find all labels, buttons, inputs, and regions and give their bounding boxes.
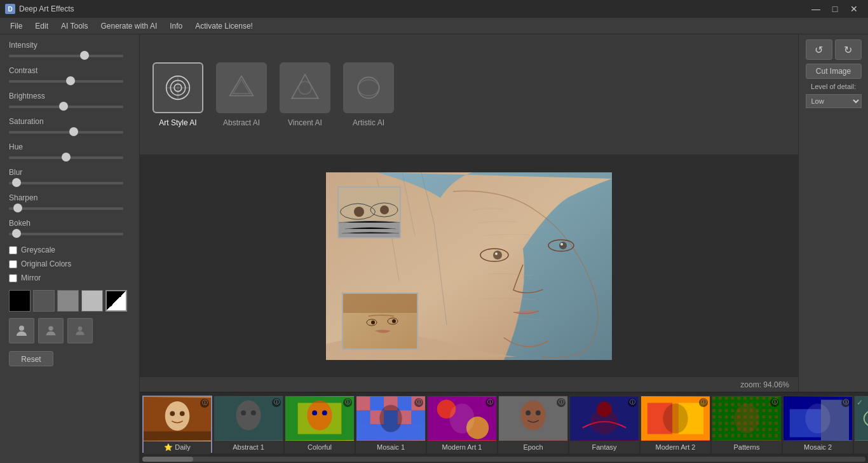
film-item-patterns[interactable]: Patterns ⓘ <box>712 396 782 453</box>
film-info-epoch[interactable]: ⓘ <box>557 398 566 407</box>
minimize-button[interactable]: — <box>807 3 825 15</box>
filmstrip-scrollbar[interactable] <box>140 455 868 463</box>
svg-rect-47 <box>398 396 412 410</box>
mirror-checkbox[interactable] <box>9 274 17 282</box>
saturation-track[interactable] <box>9 131 123 134</box>
intensity-thumb[interactable] <box>80 51 89 60</box>
brightness-track[interactable] <box>9 106 123 108</box>
greyscale-checkbox[interactable] <box>9 246 17 254</box>
right-panel: ↺ ↻ Cut Image Level of detail: Low Mediu… <box>798 34 868 392</box>
style-artistic-ai[interactable]: Artistic AI <box>343 62 394 127</box>
contrast-thumb[interactable] <box>66 76 75 85</box>
sharpen-thumb[interactable] <box>13 204 22 212</box>
saturation-thumb[interactable] <box>69 127 78 136</box>
film-info-mosaic1[interactable]: ⓘ <box>414 398 423 407</box>
swatch-gray[interactable] <box>57 290 79 312</box>
svg-point-31 <box>170 411 175 416</box>
maximize-button[interactable]: □ <box>826 3 844 15</box>
film-item-modern-art1[interactable]: Modern Art 1 ⓘ <box>427 396 497 453</box>
undo-button[interactable]: ↺ <box>806 39 832 60</box>
menu-file[interactable]: File <box>5 20 27 32</box>
avatar-btn-3[interactable] <box>67 318 93 343</box>
film-info-modern-art2[interactable]: ⓘ <box>699 398 708 407</box>
style-vincent-ai[interactable]: Vincent AI <box>280 62 330 127</box>
menu-ai-tools[interactable]: AI Tools <box>56 20 93 32</box>
film-item-fantasy[interactable]: Fantasy ⓘ <box>569 396 639 453</box>
film-item-mosaic1[interactable]: Mosaic 1 ⓘ <box>356 396 426 453</box>
swatch-black[interactable] <box>9 290 31 312</box>
titlebar-controls: — □ ✕ <box>807 3 863 15</box>
hue-track[interactable] <box>9 156 123 159</box>
detail-label: Level of detail: <box>806 83 862 90</box>
avatar-btn-1[interactable] <box>9 318 34 343</box>
menu-edit[interactable]: Edit <box>30 20 53 32</box>
close-button[interactable]: ✕ <box>845 3 863 15</box>
blur-thumb[interactable] <box>12 178 21 187</box>
swatch-dark-gray[interactable] <box>33 290 55 312</box>
swatch-light-gray[interactable] <box>81 290 103 312</box>
brightness-thumb[interactable] <box>59 102 68 111</box>
left-panel: Intensity Contrast Brightness Saturation <box>0 34 140 463</box>
svg-point-69 <box>663 403 688 433</box>
contrast-track[interactable] <box>9 80 123 83</box>
svg-point-61 <box>526 410 531 415</box>
reset-button[interactable]: Reset <box>9 351 53 366</box>
film-item-mosaic2[interactable]: Mosaic 2 ⓘ <box>783 396 853 453</box>
film-info-abstract1[interactable]: ⓘ <box>272 398 281 407</box>
scrollbar-thumb[interactable] <box>142 457 193 462</box>
film-item-epoch[interactable]: Epoch ⓘ <box>498 396 568 453</box>
blur-label: Blur <box>9 168 130 177</box>
film-info-fantasy[interactable]: ⓘ <box>628 398 637 407</box>
menu-activate[interactable]: Activate License! <box>190 20 258 32</box>
scrollbar-track <box>142 457 865 462</box>
app-icon: D <box>5 4 15 14</box>
detail-select[interactable]: Low Medium High <box>806 94 862 108</box>
redo-button[interactable]: ↻ <box>835 39 862 60</box>
svg-point-21 <box>380 205 389 214</box>
svg-point-14 <box>495 252 498 255</box>
menu-info[interactable]: Info <box>165 20 187 32</box>
svg-rect-24 <box>343 294 418 313</box>
svg-rect-45 <box>370 396 384 410</box>
style-art-style-ai[interactable]: Art Style AI <box>153 62 203 127</box>
sharpen-track[interactable] <box>9 207 123 210</box>
svg-point-32 <box>180 411 185 416</box>
film-item-eye[interactable]: Eye ⓘ ✓ <box>854 396 868 453</box>
mirror-row: Mirror <box>9 273 130 282</box>
film-item-daily[interactable]: ⭐ Daily ⓘ <box>142 396 212 453</box>
film-item-modern-art2[interactable]: Modern Art 2 ⓘ <box>641 396 710 453</box>
film-info-daily[interactable]: ⓘ <box>200 399 209 408</box>
bokeh-thumb[interactable] <box>12 229 21 238</box>
greyscale-label: Greyscale <box>21 245 55 254</box>
intensity-track[interactable] <box>9 55 123 57</box>
film-label-patterns: Patterns <box>712 441 781 453</box>
brightness-label: Brightness <box>9 92 130 100</box>
zoom-text: zoom: 94.06% <box>740 380 789 389</box>
film-item-abstract1[interactable]: Abstract 1 ⓘ <box>214 396 283 453</box>
vincent-ai-icon <box>280 62 330 113</box>
style-abstract-ai[interactable]: Abstract AI <box>216 62 267 127</box>
swatch-black-white[interactable] <box>105 290 127 312</box>
film-item-colorful[interactable]: Colorful ⓘ <box>285 396 355 453</box>
film-info-mosaic2[interactable]: ⓘ <box>841 398 850 407</box>
avatar-btn-2[interactable] <box>38 318 64 343</box>
intensity-slider-row: Intensity <box>9 41 130 61</box>
original-colors-checkbox[interactable] <box>9 260 17 268</box>
film-label-abstract1: Abstract 1 <box>214 441 283 453</box>
center-area: Art Style AI Abstract AI <box>140 34 798 392</box>
style-selector: Art Style AI Abstract AI <box>140 34 798 155</box>
cut-image-button[interactable]: Cut Image <box>806 64 862 79</box>
art-style-ai-icon <box>153 62 203 113</box>
bokeh-track[interactable] <box>9 233 123 235</box>
hue-thumb[interactable] <box>62 153 71 162</box>
blur-track[interactable] <box>9 182 123 184</box>
svg-point-40 <box>307 400 332 430</box>
canvas-area <box>140 155 798 377</box>
zoom-bar: zoom: 94.06% <box>140 377 798 392</box>
original-colors-row: Original Colors <box>9 259 130 268</box>
menu-generate[interactable]: Generate with AI <box>96 20 163 32</box>
film-info-patterns[interactable]: ⓘ <box>770 398 779 407</box>
film-info-modern-art1[interactable]: ⓘ <box>485 398 494 407</box>
film-info-colorful[interactable]: ⓘ <box>343 398 352 407</box>
svg-point-35 <box>236 400 261 430</box>
